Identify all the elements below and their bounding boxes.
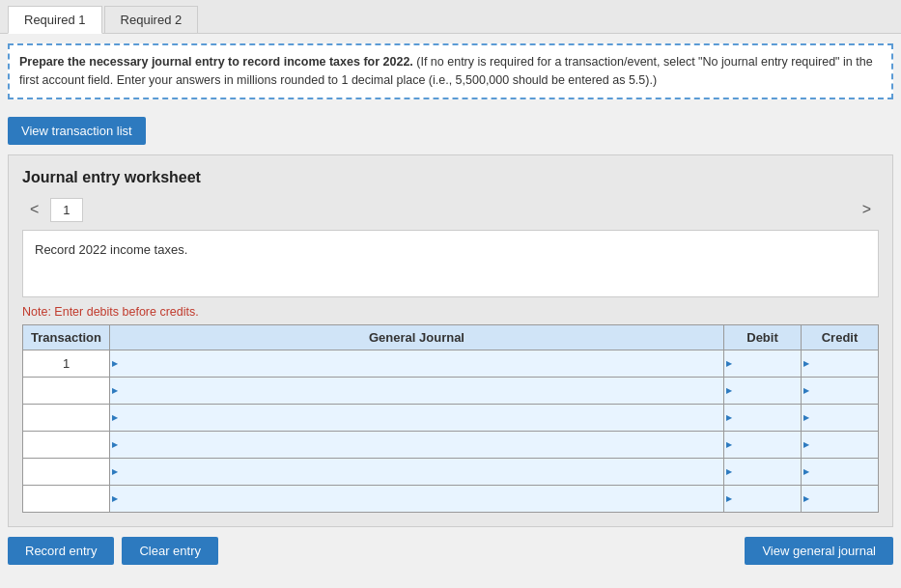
general-journal-cell: [110, 431, 724, 458]
credit-cell: [802, 431, 879, 458]
credit-cell: [802, 458, 879, 485]
transaction-cell: [23, 431, 110, 458]
general-journal-cell: [110, 485, 724, 512]
instruction-bold: Prepare the necessary journal entry to r…: [19, 55, 413, 69]
debit-input[interactable]: [724, 350, 801, 377]
credit-input[interactable]: [802, 486, 878, 512]
debit-input[interactable]: [724, 459, 801, 485]
debit-input[interactable]: [724, 432, 801, 458]
transaction-cell: [23, 377, 110, 404]
nav-right-arrow[interactable]: >: [855, 199, 879, 220]
note-text: Note: Enter debits before credits.: [22, 305, 879, 319]
general-journal-input[interactable]: [110, 432, 723, 458]
credit-input[interactable]: [802, 378, 878, 404]
debit-cell: [724, 431, 802, 458]
col-header-general-journal: General Journal: [110, 324, 724, 350]
general-journal-cell: [110, 458, 724, 485]
credit-cell: [802, 377, 879, 404]
col-header-credit: Credit: [802, 324, 879, 350]
col-header-transaction: Transaction: [23, 324, 110, 350]
credit-cell: [802, 485, 879, 512]
general-journal-cell: [110, 377, 724, 404]
general-journal-cell: [110, 350, 724, 377]
table-row: [23, 431, 879, 458]
debit-cell: [724, 350, 802, 377]
record-entry-button[interactable]: Record entry: [8, 537, 114, 565]
table-row: [23, 485, 879, 512]
table-row: [23, 377, 879, 404]
tab-number: 1: [50, 198, 82, 222]
worksheet-container: Journal entry worksheet < 1 > Record 202…: [8, 154, 893, 527]
worksheet-title: Journal entry worksheet: [22, 169, 879, 186]
transaction-cell: [23, 458, 110, 485]
view-general-journal-button[interactable]: View general journal: [745, 537, 893, 565]
credit-input[interactable]: [802, 432, 878, 458]
debit-input[interactable]: [724, 405, 801, 431]
general-journal-input[interactable]: [110, 378, 723, 404]
table-row: 1: [23, 350, 879, 377]
clear-entry-button[interactable]: Clear entry: [122, 537, 218, 565]
view-transaction-list-button[interactable]: View transaction list: [8, 117, 146, 145]
general-journal-input[interactable]: [110, 459, 723, 485]
debit-input[interactable]: [724, 378, 801, 404]
credit-input[interactable]: [802, 350, 878, 377]
tab-required2[interactable]: Required 2: [104, 6, 199, 33]
debit-cell: [724, 485, 802, 512]
credit-cell: [802, 404, 879, 431]
debit-input[interactable]: [724, 486, 801, 512]
transaction-cell: [23, 404, 110, 431]
credit-input[interactable]: [802, 459, 878, 485]
general-journal-input[interactable]: [110, 350, 723, 377]
tab-required1[interactable]: Required 1: [8, 6, 102, 34]
instruction-box: Prepare the necessary journal entry to r…: [8, 43, 893, 99]
general-journal-input[interactable]: [110, 486, 723, 512]
general-journal-cell: [110, 404, 724, 431]
table-row: [23, 404, 879, 431]
table-row: [23, 458, 879, 485]
debit-cell: [724, 377, 802, 404]
bottom-buttons: Record entry Clear entry View general jo…: [8, 537, 893, 565]
credit-cell: [802, 350, 879, 377]
transaction-cell: 1: [23, 350, 110, 377]
record-description: Record 2022 income taxes.: [22, 230, 879, 297]
col-header-debit: Debit: [724, 324, 802, 350]
general-journal-input[interactable]: [110, 405, 723, 431]
tabs-container: Required 1 Required 2: [0, 0, 901, 34]
credit-input[interactable]: [802, 405, 878, 431]
debit-cell: [724, 404, 802, 431]
nav-left-arrow[interactable]: <: [22, 199, 46, 220]
nav-row: < 1 >: [22, 198, 879, 222]
transaction-cell: [23, 485, 110, 512]
journal-table: Transaction General Journal Debit Credit…: [22, 324, 879, 513]
debit-cell: [724, 458, 802, 485]
